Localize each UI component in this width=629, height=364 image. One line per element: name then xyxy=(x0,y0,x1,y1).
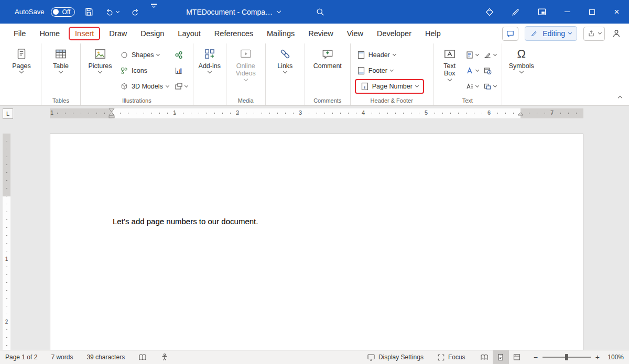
document-canvas[interactable]: Let’s add page numbers to our document. xyxy=(0,120,629,350)
text-box-button[interactable]: Text Box xyxy=(438,47,462,81)
addins-button[interactable]: Add-ins xyxy=(198,47,222,73)
tab-stop-icon: L xyxy=(6,111,9,117)
wordart-button[interactable] xyxy=(464,63,480,78)
undo-button[interactable] xyxy=(103,4,121,20)
accessibility-status-button[interactable] xyxy=(154,350,176,364)
object-button[interactable] xyxy=(482,79,497,94)
symbols-dropdown-icon xyxy=(519,69,524,73)
smartart-button[interactable] xyxy=(173,47,189,62)
page-number-label: Page Number xyxy=(372,83,413,90)
group-media: Online Videos Media xyxy=(226,43,266,105)
text-box-dropdown-icon xyxy=(448,77,452,81)
diamond-feature-button[interactable] xyxy=(476,0,503,24)
character-count-status[interactable]: 39 characters xyxy=(80,350,132,364)
zoom-slider-thumb[interactable] xyxy=(565,354,568,360)
header-button[interactable]: Header xyxy=(355,47,424,62)
account-button[interactable] xyxy=(611,28,622,39)
comment-label: Comment xyxy=(313,62,342,70)
save-button[interactable] xyxy=(82,4,96,20)
footer-button[interactable]: Footer xyxy=(355,63,424,78)
ribbon-display-options-button[interactable] xyxy=(529,0,555,24)
focus-mode-button[interactable]: Focus xyxy=(430,350,472,364)
pictures-button[interactable]: Pictures xyxy=(85,47,115,73)
display-settings-label: Display Settings xyxy=(378,354,424,361)
ribbon-tabs: File Home Insert Draw Design Layout Refe… xyxy=(7,26,447,41)
signature-line-button[interactable] xyxy=(482,47,497,62)
tab-file[interactable]: File xyxy=(7,26,32,41)
search-button[interactable] xyxy=(313,4,328,20)
page-number-button[interactable]: Page Number xyxy=(359,80,420,93)
shapes-button[interactable]: Shapes xyxy=(118,47,171,62)
print-layout-button[interactable] xyxy=(493,350,509,364)
comment-button[interactable]: Comment xyxy=(309,47,346,70)
table-button[interactable]: Table xyxy=(46,47,76,73)
online-videos-button[interactable]: Online Videos xyxy=(231,47,261,81)
tab-home[interactable]: Home xyxy=(33,26,66,41)
redo-button[interactable] xyxy=(128,4,142,20)
view-mode-buttons xyxy=(476,350,525,364)
ruler-number: 3 xyxy=(299,109,302,116)
drop-cap-button[interactable] xyxy=(464,79,480,94)
minimize-button[interactable] xyxy=(555,0,580,24)
pages-button[interactable]: Pages xyxy=(6,47,37,73)
screenshot-button[interactable] xyxy=(173,79,189,94)
online-videos-icon xyxy=(239,47,253,61)
customize-quick-access-button[interactable] xyxy=(149,4,159,20)
ruler-number: 2 xyxy=(236,109,239,116)
autosave-toggle[interactable]: Off xyxy=(51,7,75,17)
zoom-controls: − + xyxy=(529,353,604,361)
right-indent-marker[interactable] xyxy=(517,113,524,118)
tab-stop-selector[interactable]: L xyxy=(3,108,13,119)
close-button[interactable]: × xyxy=(604,0,629,24)
comments-toggle-button[interactable] xyxy=(502,27,518,41)
tab-design[interactable]: Design xyxy=(134,26,170,41)
tab-developer[interactable]: Developer xyxy=(371,26,418,41)
share-button[interactable] xyxy=(583,27,605,41)
symbols-button[interactable]: Ω Symbols xyxy=(506,47,537,73)
autosave-label: AutoSave xyxy=(15,8,44,16)
pages-dropdown-icon xyxy=(19,69,24,73)
drop-cap-dropdown-icon xyxy=(475,83,479,87)
icons-button[interactable]: Icons xyxy=(118,63,171,78)
inking-button[interactable] xyxy=(503,0,529,24)
zoom-out-button[interactable]: − xyxy=(534,353,538,361)
document-title-area[interactable]: MTEDocument - Compa… xyxy=(186,8,280,16)
word-count-status[interactable]: 7 words xyxy=(44,350,80,364)
display-settings-button[interactable]: Display Settings xyxy=(367,350,430,364)
maximize-button[interactable] xyxy=(580,0,604,24)
hanging-indent-marker[interactable] xyxy=(109,113,115,118)
first-line-indent-marker[interactable] xyxy=(109,108,115,113)
omega-icon: Ω xyxy=(517,47,526,61)
person-icon xyxy=(611,28,622,39)
zoom-slider[interactable] xyxy=(543,357,591,358)
tab-insert[interactable]: Insert xyxy=(69,27,100,40)
group-comments: Comment Comments xyxy=(305,43,351,105)
vertical-ruler[interactable]: 1 2 xyxy=(3,134,10,350)
page-count-status[interactable]: Page 1 of 2 xyxy=(5,350,44,364)
zoom-level-button[interactable]: 100% xyxy=(604,354,624,361)
3d-models-button[interactable]: 3D Models xyxy=(118,79,171,94)
links-button[interactable]: Links xyxy=(270,47,300,73)
editing-mode-button[interactable]: Editing xyxy=(525,26,577,41)
page-number-icon xyxy=(361,82,369,91)
tab-help[interactable]: Help xyxy=(419,26,447,41)
proofing-status-button[interactable] xyxy=(132,350,154,364)
tab-draw[interactable]: Draw xyxy=(103,26,133,41)
tab-review[interactable]: Review xyxy=(302,26,340,41)
read-mode-button[interactable] xyxy=(476,350,493,364)
horizontal-ruler[interactable]: 1 1 2 3 4 5 6 7 xyxy=(50,108,583,118)
tab-layout[interactable]: Layout xyxy=(171,26,207,41)
tab-mailings[interactable]: Mailings xyxy=(261,26,301,41)
chart-button[interactable] xyxy=(173,63,189,78)
web-layout-button[interactable] xyxy=(509,350,525,364)
tab-view[interactable]: View xyxy=(341,26,370,41)
document-body-text[interactable]: Let’s add page numbers to our document. xyxy=(113,217,258,226)
date-time-button[interactable] xyxy=(482,63,497,78)
page[interactable]: Let’s add page numbers to our document. xyxy=(50,134,583,350)
screenshot-dropdown-icon xyxy=(185,83,188,87)
zoom-in-button[interactable]: + xyxy=(595,353,600,361)
collapse-ribbon-button[interactable] xyxy=(619,92,622,102)
quick-parts-button[interactable] xyxy=(464,47,480,62)
tab-references[interactable]: References xyxy=(208,26,259,41)
illustrations-menu-column: Shapes Icons 3D Models xyxy=(118,47,171,94)
